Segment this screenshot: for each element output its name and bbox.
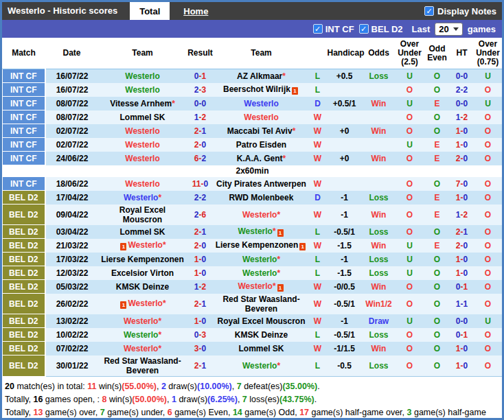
home-team-cell: Westerlo* xyxy=(99,328,187,342)
match-row: BEL D207/02/22Westerlo*3-0Lommel SKW-1/1… xyxy=(3,342,503,355)
score-cell: 1-0 xyxy=(187,253,214,266)
over-under-25-cell: O xyxy=(396,205,424,225)
star-marker: * xyxy=(273,281,276,291)
away-team-cell: Westerlo xyxy=(214,110,309,124)
score-cell: 2-0 xyxy=(187,239,214,253)
match-league-cell: BEL D2 xyxy=(3,314,45,328)
match-league-cell: BEL D2 xyxy=(3,225,45,239)
star-marker: * xyxy=(277,255,280,264)
odds-cell: Win xyxy=(363,152,396,165)
away-team-cell: Westerlo* xyxy=(214,253,309,266)
away-team-cell: Patro Eisden xyxy=(214,138,309,152)
display-notes-toggle[interactable]: ✓ Display Notes xyxy=(424,2,502,20)
home-team-cell: Red Star Waasland-Beveren xyxy=(99,355,187,377)
match-note: 2x60min xyxy=(3,165,503,177)
result-letter-cell: W xyxy=(309,205,327,225)
match-row: INT CF08/07/22Lommel SK1-2WesterloWOO1-2… xyxy=(3,110,503,124)
score-cell: 0-3 xyxy=(187,328,214,342)
match-row: BEL D203/04/22Lommel SK2-1Westerlo*1L-0.… xyxy=(3,225,503,239)
home-team-cell: Lommel SK xyxy=(99,225,187,239)
column-header-10: HT xyxy=(450,38,474,69)
red-card-icon: 1 xyxy=(277,284,284,292)
summary-segment: games open, : xyxy=(43,395,102,404)
match-league-cell: INT CF xyxy=(3,124,45,138)
score-cell: 2-2 xyxy=(187,191,214,205)
over-under-075-cell: O xyxy=(474,328,503,342)
over-under-075-cell: O xyxy=(474,83,503,97)
score-cell: 2-1 xyxy=(187,294,214,314)
date-cell: 10/02/22 xyxy=(45,328,99,342)
tab-home[interactable]: Home xyxy=(174,2,218,20)
ht-score-cell: 1-0 xyxy=(450,342,474,355)
date-cell: 02/07/22 xyxy=(45,124,99,138)
match-row: INT CF16/07/22Westerlo0-1AZ Alkmaar*L+0.… xyxy=(3,69,503,83)
result-letter-cell: L xyxy=(309,355,327,377)
summary-segment: game(s) Odd, xyxy=(242,408,299,417)
star-marker: * xyxy=(163,240,166,250)
match-league-cell: BEL D2 xyxy=(3,205,45,225)
odds-cell: Win1/2 xyxy=(363,294,396,314)
summary-segment: game(s) under, xyxy=(105,408,168,417)
match-league-cell: BEL D2 xyxy=(3,355,45,377)
results-table-body: INT CF16/07/22Westerlo0-1AZ Alkmaar*L+0.… xyxy=(3,69,503,377)
games-count-select[interactable]: 20 xyxy=(435,23,462,36)
date-cell: 03/04/22 xyxy=(45,225,99,239)
over-under-075-cell: O xyxy=(474,124,503,138)
handicap-cell: -1 xyxy=(327,253,363,266)
summary-segment: Totally, xyxy=(5,395,33,404)
odd-even-cell: O xyxy=(424,124,450,138)
filter-int-cf[interactable]: ✓ INT CF xyxy=(313,24,354,34)
over-under-075-cell: O xyxy=(474,294,503,314)
home-team-cell: Westerlo* xyxy=(99,191,187,205)
filter-bel-d2[interactable]: ✓ BEL D2 xyxy=(359,24,403,34)
odd-even-cell: O xyxy=(424,342,450,355)
results-table-header: MatchDateTeamResultTeamHandicapOddsOver … xyxy=(3,38,503,69)
match-league-cell: INT CF xyxy=(3,69,45,83)
star-marker: * xyxy=(273,226,276,236)
over-under-075-cell: O xyxy=(474,110,503,124)
odd-even-cell: O xyxy=(424,225,450,239)
int-cf-checkbox[interactable]: ✓ xyxy=(313,24,323,34)
filter-bar: ✓ INT CF ✓ BEL D2 Last 20 games xyxy=(2,20,502,38)
result-letter-cell: W xyxy=(309,239,327,253)
summary-segment: match(es) in total: xyxy=(14,382,87,391)
ht-score-cell: 0-0 xyxy=(450,314,474,328)
home-team-cell: KMSK Deinze xyxy=(99,280,187,294)
star-marker: * xyxy=(158,330,161,340)
column-header-5 xyxy=(309,38,327,69)
over-under-075-cell: U xyxy=(474,314,503,328)
result-letter-cell: L xyxy=(309,253,327,266)
results-table: MatchDateTeamResultTeamHandicapOddsOver … xyxy=(2,38,503,377)
score-cell: 0-0 xyxy=(187,97,214,110)
column-header-0: Match xyxy=(3,38,45,69)
away-team-cell: Royal Excel Mouscron xyxy=(214,314,309,328)
star-marker: * xyxy=(158,193,161,202)
tab-total[interactable]: Total xyxy=(130,2,170,20)
column-header-11: Over Under (0.75) xyxy=(474,38,503,69)
odds-cell: Win xyxy=(363,239,396,253)
column-header-3: Result xyxy=(187,38,214,69)
match-league-cell: BEL D2 xyxy=(3,294,45,314)
home-team-cell: Westerlo xyxy=(99,83,187,97)
handicap-cell: -0.5 xyxy=(327,355,363,377)
summary-segment: draw(s) xyxy=(176,395,207,404)
int-cf-label: INT CF xyxy=(325,24,354,34)
bel-d2-checkbox[interactable]: ✓ xyxy=(359,24,369,34)
ht-score-cell: 1-0 xyxy=(450,355,474,377)
match-league-cell: INT CF xyxy=(3,177,45,191)
date-cell: 07/02/22 xyxy=(45,342,99,355)
ht-score-cell: 0-0 xyxy=(450,69,474,83)
home-team-cell: Westerlo* xyxy=(99,314,187,328)
odds-cell xyxy=(363,138,396,152)
display-notes-checkbox[interactable]: ✓ xyxy=(424,6,434,16)
match-league-cell: BEL D2 xyxy=(3,266,45,280)
odds-cell: Win xyxy=(363,280,396,294)
match-row: INT CF08/07/22Vitesse Arnhem*0-0Westerlo… xyxy=(3,97,503,110)
result-letter-cell: D xyxy=(309,191,327,205)
over-under-075-cell: O xyxy=(474,225,503,239)
summary-line-3: Totally, 13 game(s) over, 7 game(s) unde… xyxy=(5,406,499,420)
display-notes-label: Display Notes xyxy=(437,6,496,16)
red-card-icon: 1 xyxy=(120,243,126,250)
match-league-cell: BEL D2 xyxy=(3,328,45,342)
odds-cell: Loss xyxy=(363,253,396,266)
